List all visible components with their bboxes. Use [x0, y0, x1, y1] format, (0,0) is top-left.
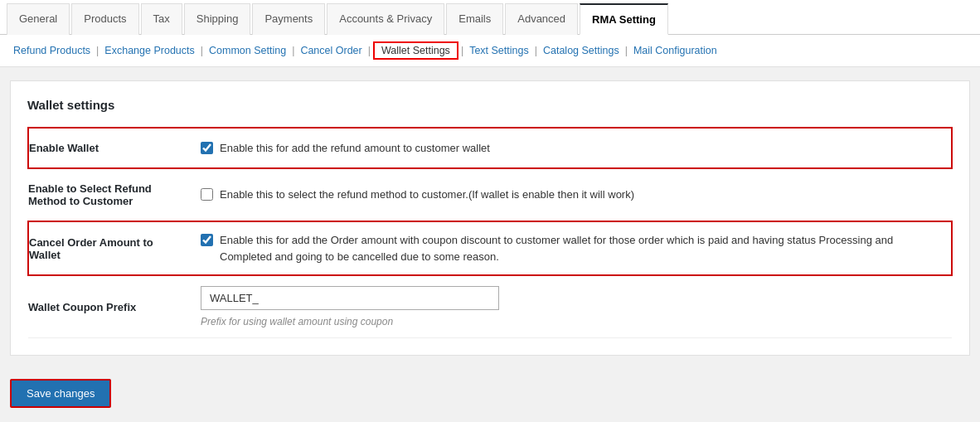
cancel-order-amount-row: Cancel Order Amount to Wallet Enable thi… — [28, 221, 952, 275]
section-title: Wallet settings — [27, 98, 953, 112]
separator-5: | — [461, 45, 463, 56]
subnav-text-settings[interactable]: Text Settings — [466, 43, 532, 58]
subnav-refund-products[interactable]: Refund Products — [10, 43, 94, 58]
separator-3: | — [292, 45, 294, 56]
enable-wallet-checkbox[interactable] — [201, 142, 213, 154]
tab-emails[interactable]: Emails — [446, 3, 503, 35]
subnav-common-setting[interactable]: Common Setting — [206, 43, 289, 58]
separator-6: | — [535, 45, 537, 56]
cancel-order-amount-checkbox[interactable] — [201, 234, 213, 246]
separator-4: | — [368, 45, 371, 56]
save-btn-area: Save changes — [0, 369, 980, 418]
enable-select-refund-label: Enable to Select Refund Method to Custom… — [28, 168, 194, 221]
subnav-mail-configuration[interactable]: Mail Configuration — [630, 43, 720, 58]
tab-accounts-privacy[interactable]: Accounts & Privacy — [327, 3, 444, 35]
main-content: Wallet settings Enable Wallet Enable thi… — [10, 80, 970, 356]
subnav-exchange-products[interactable]: Exchange Products — [101, 43, 197, 58]
sub-nav: Refund Products | Exchange Products | Co… — [0, 35, 980, 67]
enable-select-refund-control: Enable this to select the refund method … — [194, 168, 952, 221]
tab-shipping[interactable]: Shipping — [184, 3, 251, 35]
enable-select-refund-checkbox[interactable] — [201, 188, 213, 201]
cancel-order-amount-control: Enable this for add the Order amount wit… — [194, 221, 952, 275]
cancel-order-amount-checkbox-label: Enable this for add the Order amount wit… — [220, 232, 944, 264]
separator-7: | — [625, 45, 628, 56]
tab-products[interactable]: Products — [71, 3, 138, 35]
tab-tax[interactable]: Tax — [141, 3, 182, 35]
tab-payments[interactable]: Payments — [252, 3, 325, 35]
enable-select-refund-row: Enable to Select Refund Method to Custom… — [28, 168, 952, 221]
wallet-coupon-prefix-label: Wallet Coupon Prefix — [28, 275, 194, 338]
settings-table: Enable Wallet Enable this for add the re… — [27, 127, 953, 338]
enable-select-refund-checkbox-label: Enable this to select the refund method … — [220, 187, 634, 203]
enable-wallet-label: Enable Wallet — [28, 128, 194, 168]
tab-rma-setting[interactable]: RMA Setting — [580, 3, 668, 35]
wallet-coupon-prefix-input[interactable] — [201, 286, 499, 310]
separator-2: | — [201, 45, 203, 56]
subnav-cancel-order[interactable]: Cancel Order — [297, 43, 365, 58]
save-changes-button[interactable]: Save changes — [10, 379, 111, 408]
tab-advanced[interactable]: Advanced — [505, 3, 578, 35]
wallet-coupon-prefix-hint: Prefix for using wallet amount using cou… — [201, 316, 393, 327]
enable-wallet-control: Enable this for add the refund amount to… — [194, 128, 952, 168]
subnav-wallet-settings[interactable]: Wallet Settings — [373, 41, 458, 60]
enable-wallet-row: Enable Wallet Enable this for add the re… — [28, 128, 952, 168]
subnav-catalog-settings[interactable]: Catalog Settings — [540, 43, 623, 58]
top-tab-bar: General Products Tax Shipping Payments A… — [0, 0, 980, 35]
tab-general[interactable]: General — [7, 3, 70, 35]
wallet-coupon-prefix-row: Wallet Coupon Prefix Prefix for using wa… — [28, 275, 952, 338]
wallet-coupon-prefix-control: Prefix for using wallet amount using cou… — [194, 275, 952, 338]
enable-wallet-checkbox-label: Enable this for add the refund amount to… — [220, 140, 490, 157]
separator-1: | — [96, 45, 99, 56]
cancel-order-amount-label: Cancel Order Amount to Wallet — [28, 221, 194, 275]
